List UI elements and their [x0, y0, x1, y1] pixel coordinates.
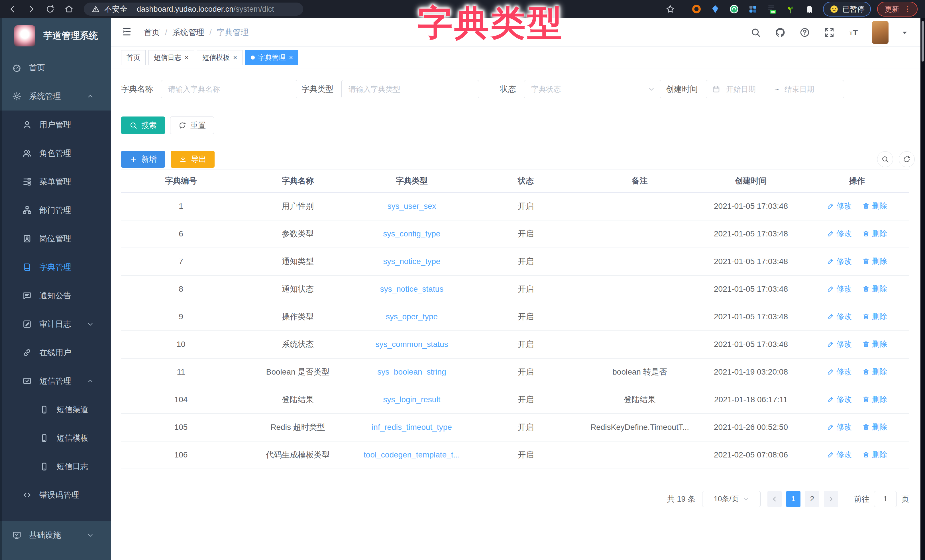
close-tab-icon[interactable]: ×: [233, 54, 237, 61]
paused-extension-badge[interactable]: 已暂停: [823, 2, 871, 17]
delete-link[interactable]: 删除: [862, 450, 887, 460]
browser-forward-button[interactable]: [25, 3, 38, 15]
sidebar-item-menu-management[interactable]: 菜单管理: [0, 167, 111, 196]
dict-type-input[interactable]: [341, 80, 479, 98]
tab-dict-management[interactable]: 字典管理×: [246, 50, 298, 65]
sidebar-item-dict-management[interactable]: 字典管理: [0, 253, 111, 282]
close-tab-icon[interactable]: ×: [289, 54, 293, 61]
delete-link[interactable]: 删除: [862, 339, 887, 349]
sidebar-item-notice[interactable]: 通知公告: [0, 282, 111, 310]
toggle-search-button[interactable]: [877, 151, 893, 167]
dict-type-link[interactable]: sys_notice_type: [383, 257, 441, 266]
sidebar-toggle-button[interactable]: [121, 26, 134, 39]
table-column-header: 状态: [469, 170, 583, 193]
green-sprout-extension-button[interactable]: [785, 4, 795, 14]
sidebar-item-infrastructure[interactable]: 基础设施: [0, 521, 111, 549]
dict-type-link[interactable]: sys_login_result: [383, 395, 441, 404]
goto-page-input[interactable]: [874, 491, 897, 507]
sidebar-item-post-management[interactable]: 岗位管理: [0, 224, 111, 253]
font-size-button[interactable]: TT: [848, 26, 860, 39]
edit-link[interactable]: 修改: [827, 229, 852, 239]
dict-type-link[interactable]: sys_user_sex: [387, 202, 436, 211]
prev-page-button[interactable]: [767, 491, 782, 507]
browser-reload-button[interactable]: [44, 3, 56, 15]
delete-link[interactable]: 删除: [862, 422, 887, 432]
bookmark-star-button[interactable]: [664, 3, 676, 15]
refresh-table-button[interactable]: [899, 151, 915, 167]
help-button[interactable]: [798, 26, 811, 39]
add-button[interactable]: 新增: [121, 151, 165, 168]
status-select[interactable]: 字典状态: [524, 80, 661, 98]
sidebar-item-home[interactable]: 首页: [0, 54, 111, 82]
tab-sms-template[interactable]: 短信模板×: [197, 50, 243, 65]
dict-type-link[interactable]: inf_redis_timeout_type: [372, 423, 452, 432]
blue-gem-extension-button[interactable]: [710, 4, 720, 14]
edit-link[interactable]: 修改: [827, 394, 852, 405]
sidebar-item-user-management[interactable]: 用户管理: [0, 110, 111, 139]
sidebar-item-system-management[interactable]: 系统管理: [0, 82, 111, 110]
browser-back-button[interactable]: [6, 3, 19, 15]
sidebar-item-sms-channel[interactable]: 短信渠道: [0, 395, 111, 424]
expand-button[interactable]: [823, 26, 836, 39]
delete-link[interactable]: 删除: [862, 229, 887, 239]
tab-home[interactable]: 首页: [121, 50, 146, 65]
dict-type-link[interactable]: sys_notice_status: [380, 285, 444, 294]
breadcrumb-item[interactable]: 系统管理: [172, 27, 204, 38]
reset-button[interactable]: 重置: [170, 116, 214, 134]
page-size-select[interactable]: 10条/页: [702, 491, 761, 507]
status-label: 状态: [500, 84, 516, 95]
edit-link[interactable]: 修改: [827, 450, 852, 460]
orange-ring-extension-button[interactable]: [691, 4, 702, 14]
delete-link[interactable]: 删除: [862, 367, 887, 377]
dict-type-link[interactable]: sys_common_status: [375, 340, 448, 349]
edit-link[interactable]: 修改: [827, 367, 852, 377]
dict-type-link[interactable]: sys_oper_type: [386, 312, 438, 321]
user-avatar[interactable]: [872, 21, 889, 44]
edit-link[interactable]: 修改: [827, 256, 852, 266]
url-bar[interactable]: 不安全 dashboard.yudao.iocoder.cn/system/di…: [84, 3, 303, 16]
close-tab-icon[interactable]: ×: [185, 54, 189, 61]
tab-sms-log[interactable]: 短信日志×: [148, 50, 194, 65]
dict-type-link[interactable]: sys_config_type: [383, 229, 441, 238]
edit-link[interactable]: 修改: [827, 201, 852, 211]
blue-grid-extension-button[interactable]: [748, 4, 758, 14]
sidebar-item-role-management[interactable]: 角色管理: [0, 139, 111, 167]
edit-link[interactable]: 修改: [827, 339, 852, 349]
dict-type-link[interactable]: tool_codegen_template_t...: [364, 450, 460, 459]
delete-link[interactable]: 删除: [862, 256, 887, 266]
on-badge-extension-button[interactable]: on: [767, 4, 777, 14]
delete-link[interactable]: 删除: [862, 311, 887, 322]
next-page-button[interactable]: [824, 491, 838, 507]
sidebar-item-sms-template[interactable]: 短信模板: [0, 424, 111, 452]
delete-link[interactable]: 删除: [862, 394, 887, 405]
dict-name-input[interactable]: [161, 80, 297, 98]
app-logo[interactable]: 芋道管理系统: [0, 18, 111, 54]
sidebar-item-label: 短信日志: [56, 461, 88, 472]
delete-link[interactable]: 删除: [862, 201, 887, 211]
breadcrumb-item[interactable]: 首页: [144, 27, 160, 38]
github-button[interactable]: [774, 26, 786, 39]
export-button[interactable]: 导出: [171, 151, 215, 168]
sidebar-item-sms-management[interactable]: 短信管理: [0, 367, 111, 395]
delete-link[interactable]: 删除: [862, 284, 887, 294]
browser-home-button[interactable]: [63, 3, 75, 15]
sidebar-item-dept-management[interactable]: 部门管理: [0, 196, 111, 224]
page-number-2[interactable]: 2: [805, 491, 819, 507]
edit-link[interactable]: 修改: [827, 422, 852, 432]
sidebar-item-online-users[interactable]: 在线用户: [0, 339, 111, 367]
white-ghost-extension-button[interactable]: [804, 4, 814, 14]
sidebar-item-error-code[interactable]: 错误码管理: [0, 481, 111, 509]
page-number-1[interactable]: 1: [786, 491, 800, 507]
green-circle-extension-button[interactable]: [729, 4, 739, 14]
search-button[interactable]: [749, 26, 762, 39]
edit-link[interactable]: 修改: [827, 284, 852, 294]
dict-type-link[interactable]: sys_boolean_string: [377, 367, 446, 376]
update-chrome-button[interactable]: 更新: [877, 2, 917, 17]
search-button[interactable]: 搜索: [121, 116, 165, 134]
caret-down-icon[interactable]: [901, 28, 909, 37]
sidebar-item-sms-log[interactable]: 短信日志: [0, 452, 111, 481]
edit-link[interactable]: 修改: [827, 311, 852, 322]
scrollbar-thumb[interactable]: [922, 21, 924, 62]
date-range-picker[interactable]: 开始日期 ~ 结束日期: [706, 80, 844, 98]
sidebar-item-audit-log[interactable]: 审计日志: [0, 310, 111, 339]
